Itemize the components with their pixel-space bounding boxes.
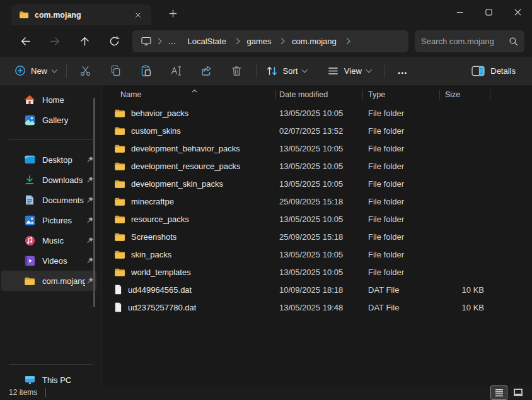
forward-button[interactable] [44, 30, 66, 52]
status-separator [45, 388, 46, 397]
folder-icon [114, 109, 125, 118]
column-header-type[interactable]: Type [363, 85, 440, 104]
folder-icon [24, 276, 35, 286]
sidebar-item-com-mojang[interactable]: com.mojang [1, 271, 96, 291]
folder-icon [114, 268, 125, 277]
pin-icon [85, 196, 94, 204]
column-header-date-modified[interactable]: Date modified [276, 85, 363, 104]
refresh-button[interactable] [103, 30, 125, 52]
window-controls [445, 0, 532, 25]
copy-button[interactable] [101, 60, 131, 81]
sidebar-item-music[interactable]: Music [1, 230, 96, 250]
up-button[interactable] [74, 30, 95, 52]
details-pane-icon [471, 66, 485, 76]
item-count: 12 items [9, 388, 37, 397]
tab-com-mojang[interactable]: com.mojang [11, 4, 151, 25]
share-button[interactable] [192, 60, 222, 81]
column-header-name[interactable]: Name [102, 85, 276, 104]
breadcrumb-item-com-mojang[interactable]: com.mojang [286, 37, 342, 46]
chevron-right-icon[interactable] [234, 38, 240, 44]
more-options-button[interactable]: … [388, 65, 417, 76]
folder-icon [19, 11, 29, 19]
tab-bar: com.mojang [0, 0, 532, 25]
file-row-custom-skins[interactable]: custom_skins 02/07/2025 13:52 File folde… [102, 122, 532, 139]
computer-icon [24, 375, 35, 385]
back-button[interactable] [14, 30, 36, 52]
folder-icon [114, 144, 125, 153]
chevron-down-icon [52, 66, 57, 72]
pin-icon [85, 176, 94, 184]
rename-button[interactable] [161, 60, 192, 81]
sidebar-item-desktop[interactable]: Desktop [1, 150, 96, 170]
cut-button[interactable] [71, 60, 101, 81]
pin-icon [85, 237, 94, 245]
close-button[interactable] [503, 0, 532, 24]
details-button-label: Details [490, 66, 516, 76]
file-row-world-templates[interactable]: world_templates 13/05/2025 10:05 File fo… [102, 263, 532, 281]
file-row-ud449964565-dat[interactable]: ud449964565.dat 10/09/2025 18:18 DAT Fil… [102, 281, 532, 298]
this-pc-icon[interactable] [139, 37, 154, 45]
maximize-button[interactable] [474, 0, 503, 24]
gallery-icon [24, 115, 35, 126]
file-row-skin-packs[interactable]: skin_packs 13/05/2025 10:05 File folder [102, 245, 532, 263]
file-icon [114, 285, 122, 295]
details-view-toggle[interactable] [491, 386, 507, 399]
sidebar-divider [9, 364, 93, 365]
sidebar-divider [9, 139, 93, 140]
folder-icon [114, 197, 125, 206]
chevron-down-icon [302, 66, 308, 72]
sidebar-item-downloads[interactable]: Downloads [1, 170, 96, 190]
command-bar: New Sort View … Details [0, 57, 532, 85]
music-icon [24, 235, 35, 246]
sidebar-item-documents[interactable]: Documents [1, 190, 96, 210]
tab-close-icon[interactable] [131, 8, 145, 22]
breadcrumb-item-localstate[interactable]: LocalState [182, 37, 232, 46]
file-row-development-resource-packs[interactable]: development_resource_packs 13/05/2025 10… [102, 157, 532, 175]
new-tab-button[interactable] [164, 4, 182, 22]
minimize-button[interactable] [445, 0, 474, 24]
file-explorer-window: com.mojang …LocalStategamescom.mojang Se… [0, 0, 532, 400]
pin-icon [85, 257, 94, 265]
file-row-ud2375257780-dat[interactable]: ud2375257780.dat 13/05/2025 19:48 DAT Fi… [102, 298, 532, 316]
search-input[interactable]: Search com.mojang [415, 30, 524, 52]
navigation-sidebar: Home Gallery Desktop Downloads Documents… [0, 85, 101, 385]
file-row-behavior-packs[interactable]: behavior_packs 13/05/2025 10:05 File fol… [102, 104, 532, 122]
file-row-development-behavior-packs[interactable]: development_behavior_packs 13/05/2025 10… [102, 139, 532, 157]
thumbnail-view-toggle[interactable] [510, 386, 526, 399]
sidebar-item-home[interactable]: Home [1, 90, 96, 110]
paste-button[interactable] [131, 60, 161, 81]
delete-button[interactable] [222, 60, 252, 81]
folder-icon [114, 215, 125, 224]
chevron-right-icon[interactable] [344, 38, 349, 44]
file-icon [114, 302, 122, 312]
breadcrumb[interactable]: …LocalStategamescom.mojang [132, 30, 408, 52]
folder-icon [114, 179, 125, 189]
details-pane-button[interactable]: Details [465, 60, 522, 81]
chevron-right-icon[interactable] [156, 38, 161, 44]
file-list: behavior_packs 13/05/2025 10:05 File fol… [102, 104, 532, 316]
sidebar-item-pictures[interactable]: Pictures [1, 210, 96, 230]
sort-button[interactable]: Sort [260, 60, 313, 81]
new-button[interactable]: New [9, 60, 62, 81]
file-row-screenshots[interactable]: Screenshots 25/09/2025 15:18 File folder [102, 228, 532, 245]
tab-label: com.mojang [35, 11, 131, 20]
circle-plus-icon [14, 65, 26, 76]
breadcrumb-overflow[interactable]: … [163, 37, 182, 46]
sidebar-scrollbar[interactable] [93, 98, 95, 307]
search-icon[interactable] [509, 37, 518, 46]
file-row-minecraftpe[interactable]: minecraftpe 25/09/2025 15:18 File folder [102, 192, 532, 210]
folder-icon [114, 250, 125, 259]
sidebar-item-gallery[interactable]: Gallery [1, 110, 96, 130]
column-header-size[interactable]: Size [440, 85, 490, 104]
view-icon [327, 65, 339, 77]
chevron-right-icon[interactable] [279, 38, 284, 44]
view-button[interactable]: View [321, 60, 376, 81]
search-placeholder: Search com.mojang [421, 37, 509, 46]
desktop-icon [24, 155, 35, 164]
pin-icon [85, 156, 94, 164]
file-row-resource-packs[interactable]: resource_packs 13/05/2025 10:05 File fol… [102, 210, 532, 228]
sidebar-item-videos[interactable]: Videos [1, 250, 96, 271]
sidebar-item-label: This PC [42, 375, 94, 385]
breadcrumb-item-games[interactable]: games [241, 37, 277, 46]
file-row-development-skin-packs[interactable]: development_skin_packs 13/05/2025 10:05 … [102, 175, 532, 192]
